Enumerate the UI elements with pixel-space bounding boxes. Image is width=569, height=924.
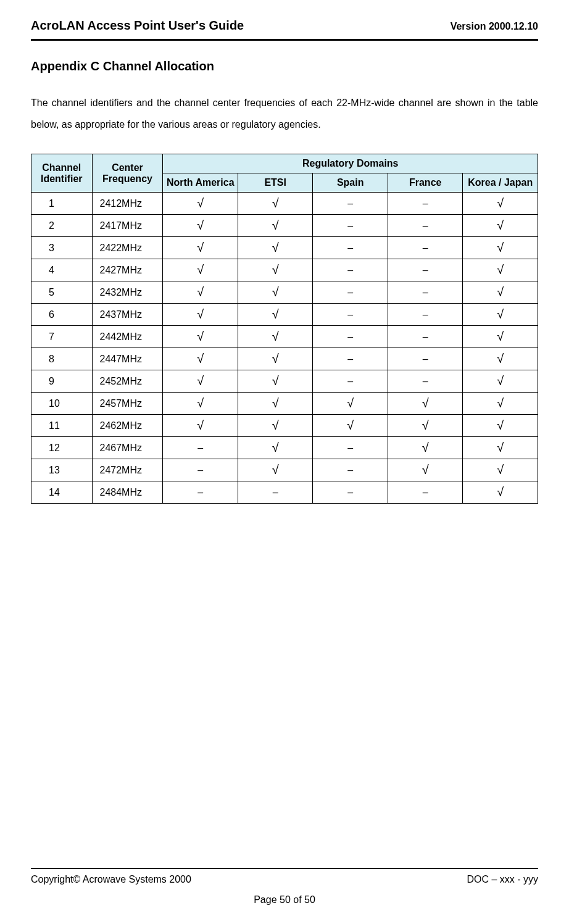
domain-cell: – [388,326,463,348]
domain-cell: – [388,193,463,215]
domain-cell: √ [163,348,238,370]
domain-cell: √ [163,215,238,237]
domain-cell: √ [388,393,463,415]
domain-cell: √ [463,326,538,348]
table-row: 132472MHz–√–√√ [31,459,538,481]
header-frequency: Center Frequency [92,154,163,193]
frequency-cell: 2442MHz [92,326,163,348]
domain-cell: – [313,281,388,304]
domain-cell: √ [238,281,313,304]
domain-cell: – [313,259,388,281]
table-row: 72442MHz√√––√ [31,326,538,348]
domain-cell: √ [463,348,538,370]
domain-cell: – [313,437,388,459]
header-etsi: ETSI [238,173,313,193]
domain-cell: √ [313,393,388,415]
domain-cell: – [388,215,463,237]
domain-cell: √ [163,304,238,326]
page-number: Page 50 of 50 [31,894,538,905]
channel-id-cell: 9 [31,370,93,393]
domain-cell: √ [163,415,238,437]
domain-cell: √ [163,326,238,348]
table-row: 92452MHz√√––√ [31,370,538,393]
domain-cell: – [163,437,238,459]
channel-id-cell: 5 [31,281,93,304]
domain-cell: √ [238,393,313,415]
frequency-cell: 2432MHz [92,281,163,304]
domain-cell: – [163,481,238,504]
domain-cell: √ [388,459,463,481]
domain-cell: – [313,215,388,237]
frequency-cell: 2452MHz [92,370,163,393]
domain-cell: √ [238,326,313,348]
domain-cell: √ [463,459,538,481]
frequency-cell: 2484MHz [92,481,163,504]
page-footer: Copyright© Acrowave Systems 2000 DOC – x… [31,868,538,905]
domain-cell: √ [238,215,313,237]
domain-cell: – [388,481,463,504]
domain-cell: √ [238,370,313,393]
section-title: Appendix C Channel Allocation [31,59,538,73]
domain-cell: – [388,259,463,281]
domain-cell: √ [463,437,538,459]
domain-cell: – [388,304,463,326]
channel-id-cell: 7 [31,326,93,348]
doc-title: AcroLAN Access Point User's Guide [31,19,244,33]
channel-id-cell: 4 [31,259,93,281]
domain-cell: √ [463,304,538,326]
frequency-cell: 2437MHz [92,304,163,326]
channel-id-cell: 2 [31,215,93,237]
frequency-cell: 2457MHz [92,393,163,415]
domain-cell: √ [463,259,538,281]
domain-cell: √ [238,193,313,215]
table-row: 62437MHz√√––√ [31,304,538,326]
domain-cell: √ [163,237,238,259]
domain-cell: √ [463,215,538,237]
domain-cell: √ [238,259,313,281]
domain-cell: √ [163,393,238,415]
domain-cell: – [388,237,463,259]
domain-cell: √ [388,437,463,459]
domain-cell: √ [238,459,313,481]
domain-cell: √ [388,415,463,437]
domain-cell: – [313,304,388,326]
doc-number: DOC – xxx - yyy [467,874,538,885]
table-row: 22417MHz√√––√ [31,215,538,237]
domain-cell: – [388,281,463,304]
intro-paragraph: The channel identifiers and the channel … [31,92,538,135]
channel-id-cell: 12 [31,437,93,459]
frequency-cell: 2417MHz [92,215,163,237]
table-row: 142484MHz––––√ [31,481,538,504]
header-korea-japan: Korea / Japan [463,173,538,193]
channel-id-cell: 10 [31,393,93,415]
table-row: 102457MHz√√√√√ [31,393,538,415]
table-row: 52432MHz√√––√ [31,281,538,304]
domain-cell: √ [463,237,538,259]
domain-cell: – [313,326,388,348]
frequency-cell: 2422MHz [92,237,163,259]
domain-cell: √ [163,281,238,304]
doc-version: Version 2000.12.10 [451,21,538,32]
domain-cell: √ [463,481,538,504]
domain-cell: √ [163,370,238,393]
table-row: 32422MHz√√––√ [31,237,538,259]
copyright-text: Copyright© Acrowave Systems 2000 [31,874,191,885]
table-row: 122467MHz–√–√√ [31,437,538,459]
domain-cell: – [313,481,388,504]
domain-cell: √ [238,304,313,326]
table-row: 12412MHz√√––√ [31,193,538,215]
channel-allocation-table: Channel Identifier Center Frequency Regu… [31,154,538,504]
domain-cell: √ [463,370,538,393]
domain-cell: √ [463,281,538,304]
domain-cell: √ [238,415,313,437]
frequency-cell: 2427MHz [92,259,163,281]
header-channel: Channel Identifier [31,154,93,193]
domain-cell: √ [163,259,238,281]
domain-cell: √ [313,415,388,437]
header-spain: Spain [313,173,388,193]
frequency-cell: 2472MHz [92,459,163,481]
frequency-cell: 2467MHz [92,437,163,459]
domain-cell: √ [238,237,313,259]
domain-cell: √ [238,348,313,370]
domain-cell: √ [463,415,538,437]
